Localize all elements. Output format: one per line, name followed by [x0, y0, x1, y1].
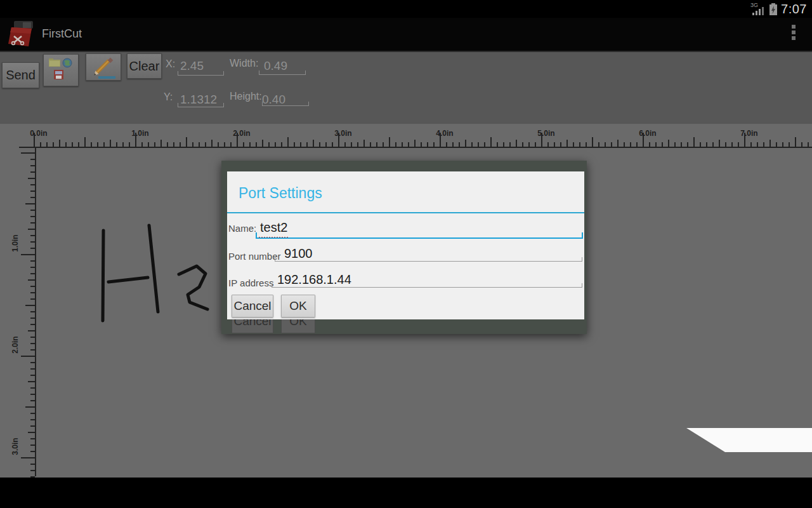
name-field-underline — [256, 232, 583, 239]
ok-button[interactable]: OK — [281, 295, 315, 318]
y-field-underline — [178, 103, 224, 107]
x-field-underline — [178, 71, 224, 76]
app-bar: FirstCut — [0, 18, 812, 52]
save-icon — [54, 70, 63, 79]
port-settings-dialog: Port Settings Name: test2 Port number 91… — [227, 171, 584, 319]
status-bar: 3G 7:07 — [0, 0, 812, 18]
clear-button-label: Clear — [129, 59, 160, 74]
file-actions-button[interactable] — [43, 54, 79, 86]
app-logo-icon — [8, 20, 37, 49]
pencil-selected-indicator — [98, 76, 115, 79]
toolbar: Send — [0, 52, 812, 124]
status-bar-right: 3G 7:07 — [750, 0, 809, 18]
bottom-black-band — [0, 478, 812, 508]
y-label: Y: — [164, 91, 173, 103]
height-field-underline — [262, 102, 309, 106]
signal-strength-icon: 3G — [750, 2, 766, 16]
file-actions-icon — [44, 56, 77, 85]
cancel-button-label: Cancel — [233, 299, 271, 313]
width-label: Width: — [230, 58, 258, 69]
ip-address-underline — [272, 283, 582, 288]
pencil-icon — [91, 57, 116, 78]
overflow-menu-icon[interactable] — [792, 25, 796, 40]
ip-address-label: IP address — [228, 277, 273, 288]
x-label: X: — [166, 58, 175, 70]
height-label: Height: — [230, 91, 262, 102]
clear-button[interactable]: Clear — [127, 53, 162, 79]
page-curl — [685, 427, 812, 453]
name-label: Name: — [228, 223, 256, 234]
dialog-title-divider — [227, 212, 584, 213]
pencil-tool-button[interactable] — [86, 53, 121, 81]
send-button-label: Send — [6, 68, 36, 83]
clock: 7:07 — [781, 2, 809, 17]
folder-icon — [49, 58, 60, 67]
width-field-underline — [259, 70, 306, 75]
send-button[interactable]: Send — [2, 62, 39, 88]
network-type-label: 3G — [750, 2, 758, 8]
ok-button-label: OK — [289, 299, 306, 313]
globe-icon — [63, 58, 72, 67]
port-number-underline — [275, 257, 582, 262]
screen: 3G 7:07 — [0, 0, 812, 508]
port-number-label: Port number — [228, 251, 281, 262]
cancel-button[interactable]: Cancel — [232, 295, 273, 318]
battery-charging-icon — [768, 1, 778, 17]
dialog-title: Port Settings — [239, 185, 322, 202]
app-title: FirstCut — [42, 27, 82, 41]
